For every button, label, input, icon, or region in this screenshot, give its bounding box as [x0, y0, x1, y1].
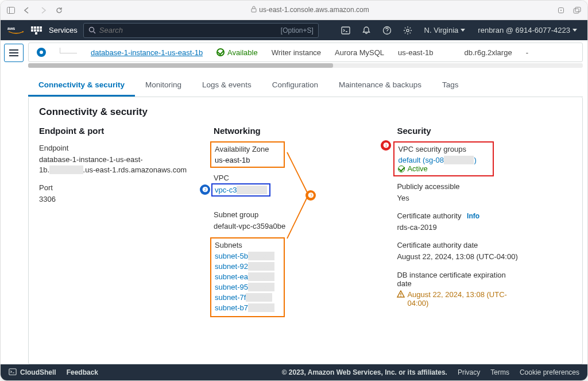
subnet-link[interactable]: subnet-5bxxxx: [215, 252, 280, 260]
db-instance-link[interactable]: database-1-instance-1-us-east-1b: [91, 48, 203, 57]
exp-label: DB instance certificate expiration date: [397, 271, 512, 288]
global-search[interactable]: [Option+S]: [83, 23, 319, 38]
detail-tabs: Connectivity & security Monitoring Logs …: [28, 75, 583, 97]
subnet-list: subnet-5bxxxx subnet-92xxxx subnet-eaxxx…: [215, 252, 280, 312]
search-input[interactable]: [99, 26, 277, 34]
exp-value: August 22, 2024, 13:08 (UTC-04:00): [397, 290, 572, 307]
svg-rect-10: [342, 27, 350, 34]
subnet-group-label: Subnet group: [214, 210, 380, 219]
subnet-link[interactable]: subnet-95xxxx: [215, 283, 280, 291]
account-menu[interactable]: renbran @ 6914-6077-4223: [474, 26, 581, 34]
cloudshell-icon[interactable]: [9, 368, 17, 378]
ca-value: rds-ca-2019: [397, 222, 572, 233]
vpc-link[interactable]: vpc-c3xxxxx: [215, 186, 267, 194]
share-icon[interactable]: [556, 6, 566, 15]
row-radio-selected[interactable]: [37, 48, 46, 57]
sidebar-toggle-icon[interactable]: [6, 6, 16, 15]
services-label[interactable]: Services: [49, 26, 78, 34]
cloudshell-link[interactable]: CloudShell: [20, 368, 56, 376]
tab-configuration[interactable]: Configuration: [262, 75, 328, 97]
terms-link[interactable]: Terms: [490, 368, 509, 376]
tab-tags[interactable]: Tags: [432, 75, 469, 97]
callout-3: ❸: [305, 190, 316, 201]
svg-rect-17: [9, 368, 16, 375]
tab-logs[interactable]: Logs & events: [192, 75, 262, 97]
forward-icon[interactable]: [38, 6, 48, 15]
subnet-link[interactable]: subnet-eaxxxx: [215, 272, 280, 281]
region-label: N. Virginia: [424, 26, 459, 34]
back-icon[interactable]: [22, 6, 32, 15]
cloudshell-icon[interactable]: [338, 23, 353, 38]
db-instance-row: database-1-instance-1-us-east-1b Availab…: [28, 43, 583, 62]
callout-1: ❶: [381, 140, 391, 151]
chevron-down-icon: [461, 29, 465, 32]
notifications-icon[interactable]: [359, 23, 374, 38]
svg-rect-2: [252, 9, 256, 12]
subnet-link[interactable]: subnet-b7xxxx: [215, 303, 280, 312]
instance-role: Writer instance: [272, 48, 321, 57]
tabs-icon[interactable]: [572, 6, 582, 15]
svg-point-12: [406, 29, 408, 31]
account-label: renbran @ 6914-6077-4223: [478, 26, 570, 34]
svg-text:aws: aws: [7, 26, 15, 30]
security-section: Security ❶ VPC security groups default (…: [397, 126, 572, 323]
side-nav-toggle[interactable]: [4, 44, 24, 62]
az-value: us-east-1b: [215, 156, 280, 164]
callout-2: ❷: [200, 184, 210, 195]
connectivity-panel: Connectivity & security Endpoint & port …: [28, 97, 583, 364]
subnet-link[interactable]: subnet-7fxxxx: [215, 293, 280, 302]
active-label: Active: [407, 164, 427, 173]
tab-maintenance[interactable]: Maintenance & backups: [328, 75, 432, 97]
check-circle-icon: [398, 166, 405, 172]
settings-icon[interactable]: [400, 23, 415, 38]
tab-connectivity[interactable]: Connectivity & security: [28, 75, 135, 97]
horizontal-scrollbar[interactable]: [28, 63, 583, 68]
status-available: Available: [216, 48, 258, 57]
aws-logo[interactable]: aws: [7, 25, 25, 36]
section-title: Networking: [214, 126, 380, 136]
status-label: Available: [227, 48, 258, 57]
tab-monitoring[interactable]: Monitoring: [135, 75, 192, 97]
check-circle-icon: [216, 48, 225, 56]
chevron-down-icon: [572, 29, 577, 32]
instance-az: us-east-1b: [398, 48, 433, 57]
global-footer: CloudShell Feedback © 2023, Amazon Web S…: [1, 364, 587, 380]
tree-connector: [60, 48, 77, 53]
reload-icon[interactable]: [55, 6, 64, 15]
subnets-label: Subnets: [215, 241, 280, 249]
az-label: Availability Zone: [215, 145, 280, 153]
help-icon[interactable]: [380, 23, 394, 38]
info-link[interactable]: Info: [467, 212, 479, 220]
port-value: 3306: [39, 194, 196, 205]
vpc-sg-label: VPC security groups: [398, 145, 489, 153]
public-label: Publicly accessible: [397, 182, 572, 191]
networking-section: Networking Availability Zone us-east-1b …: [214, 126, 380, 323]
endpoint-label: Endpoint: [39, 144, 196, 152]
subnet-group-value: default-vpc-c359a0be: [214, 221, 380, 232]
region-selector[interactable]: N. Virginia: [421, 26, 469, 34]
vpc-label: VPC: [214, 174, 380, 182]
panel-heading: Connectivity & security: [39, 106, 572, 118]
cad-label: Certificate authority date: [397, 241, 572, 249]
svg-point-8: [89, 28, 94, 32]
endpoint-port-section: Endpoint & port Endpoint database-1-inst…: [39, 126, 196, 323]
annotation-box-az: Availability Zone us-east-1b: [210, 141, 285, 168]
public-value: Yes: [397, 193, 572, 203]
section-title: Endpoint & port: [39, 126, 196, 136]
exp-text: August 22, 2024, 13:08 (UTC-04:00): [407, 290, 510, 307]
cookie-link[interactable]: Cookie preferences: [520, 368, 579, 376]
section-title: Security: [397, 126, 572, 136]
instance-engine: Aurora MySQL: [335, 48, 384, 57]
subnet-link[interactable]: subnet-92xxxx: [215, 262, 280, 271]
privacy-link[interactable]: Privacy: [458, 368, 480, 376]
feedback-link[interactable]: Feedback: [67, 368, 98, 376]
svg-rect-0: [7, 7, 15, 13]
browser-toolbar: us-east-1.console.aws.amazon.com: [1, 1, 587, 20]
search-icon: [88, 26, 96, 34]
svg-rect-5: [574, 9, 579, 13]
address-bar[interactable]: us-east-1.console.aws.amazon.com: [71, 6, 550, 14]
ca-label: Certificate authority Info: [397, 211, 572, 220]
vpc-sg-link[interactable]: default (sg-08xxxxx): [398, 156, 489, 164]
aws-global-nav: aws Services [Option+S] N. Virginia r: [1, 20, 587, 40]
services-grid-icon[interactable]: [30, 25, 42, 36]
